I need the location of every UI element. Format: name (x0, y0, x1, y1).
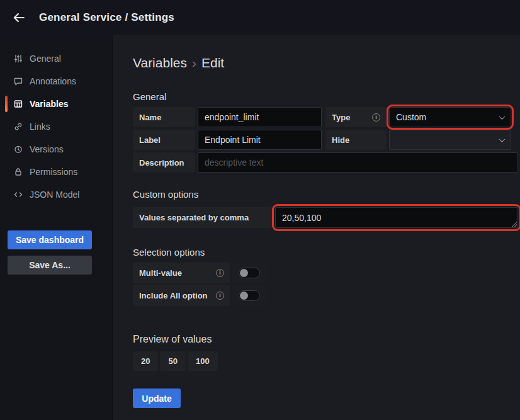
name-type-row: Name Type i Custom (133, 107, 518, 127)
sidebar-item-json-model[interactable]: JSON Model (0, 183, 112, 206)
sidebar-item-versions[interactable]: Versions (0, 138, 112, 161)
sidebar-item-label: General (30, 54, 61, 64)
dashboard-settings-title: General Service / Settings (39, 11, 174, 24)
breadcrumb: Variables›Edit (133, 55, 518, 71)
toggle-track (239, 290, 260, 301)
sidebar-item-label: Versions (30, 144, 64, 154)
custom-options-heading: Custom options (133, 189, 518, 200)
breadcrumb-section: Variables (133, 55, 187, 70)
include-all-toggle[interactable] (232, 285, 266, 306)
values-input[interactable] (275, 207, 518, 228)
sidebar-item-variables[interactable]: Variables (0, 93, 112, 115)
type-select-value: Custom (396, 112, 426, 122)
hide-select[interactable] (389, 130, 511, 150)
values-row: Values separated by comma (133, 207, 518, 228)
comment-icon (13, 76, 23, 86)
label-label: Label (133, 130, 195, 150)
name-label: Name (133, 107, 195, 127)
description-row: Description (133, 152, 518, 173)
link-icon (13, 122, 23, 132)
code-icon (13, 190, 23, 200)
history-icon (13, 144, 23, 154)
sidebar-item-label: Variables (30, 99, 69, 109)
multi-value-toggle[interactable] (232, 263, 266, 283)
selection-options-heading: Selection options (133, 247, 518, 258)
preview-heading: Preview of values (133, 334, 518, 345)
preview-value-chip: 20 (133, 351, 158, 371)
sidebar-item-label: Permissions (30, 167, 77, 177)
sidebar-item-permissions[interactable]: Permissions (0, 161, 112, 183)
include-all-label: Include All option i (133, 285, 230, 306)
arrow-left-icon (12, 11, 26, 25)
type-label: Type i (325, 107, 387, 127)
toggle-knob (240, 292, 248, 300)
chevron-down-icon (499, 136, 506, 142)
resize-handle-icon[interactable] (511, 221, 517, 227)
preview-values: 20 50 100 (133, 351, 518, 371)
save-dashboard-button[interactable]: Save dashboard (8, 230, 92, 249)
label-input[interactable] (198, 130, 322, 150)
sidebar-item-general[interactable]: General (0, 47, 112, 70)
multi-value-label: Multi-value i (133, 263, 230, 283)
sliders-icon (13, 54, 23, 64)
sidebar-item-label: Annotations (30, 76, 76, 86)
sidebar-actions: Save dashboard Save As... (0, 230, 112, 275)
settings-sidebar: General Annotations Variables (0, 35, 113, 420)
sidebar-item-links[interactable]: Links (0, 115, 112, 138)
back-button[interactable] (10, 9, 28, 26)
include-all-row: Include All option i (133, 285, 518, 306)
info-icon: i (372, 113, 380, 122)
preview-value-chip: 100 (188, 351, 218, 371)
name-input[interactable] (198, 107, 322, 127)
preview-value-chip: 50 (160, 351, 185, 371)
type-select[interactable]: Custom (389, 107, 511, 127)
update-button[interactable]: Update (133, 389, 181, 408)
breadcrumb-separator: › (192, 55, 196, 70)
sidebar-item-annotations[interactable]: Annotations (0, 70, 112, 93)
settings-nav: General Annotations Variables (0, 47, 112, 206)
label-hide-row: Label Hide (133, 130, 518, 150)
multi-value-row: Multi-value i (133, 263, 518, 283)
values-label: Values separated by comma (133, 207, 273, 228)
general-section-heading: General (133, 91, 518, 102)
description-input[interactable] (198, 152, 518, 173)
chevron-down-icon (499, 113, 506, 120)
sidebar-item-label: JSON Model (30, 190, 79, 200)
sidebar-item-label: Links (30, 122, 50, 132)
save-as-button[interactable]: Save As... (8, 256, 92, 275)
hide-label: Hide (325, 130, 387, 150)
toggle-track (239, 268, 260, 278)
info-icon: i (216, 292, 224, 300)
info-icon: i (216, 269, 224, 277)
table-icon (13, 99, 23, 109)
variables-edit-panel: Variables›Edit General Name Type i Custo… (113, 35, 520, 420)
lock-icon (13, 167, 23, 177)
breadcrumb-page: Edit (201, 55, 224, 70)
values-input-wrapper (275, 207, 518, 228)
app-header: General Service / Settings (0, 0, 520, 35)
description-label: Description (133, 152, 195, 173)
toggle-knob (240, 269, 248, 277)
